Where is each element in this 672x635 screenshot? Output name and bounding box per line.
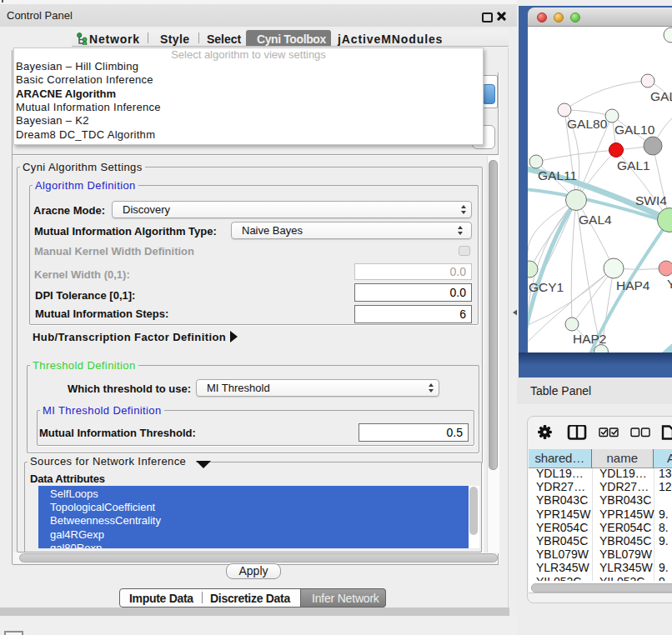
- svg-text:Y: Y: [667, 277, 672, 291]
- svg-text:GCY1: GCY1: [529, 280, 564, 294]
- svg-text:GAL4: GAL4: [579, 212, 612, 227]
- svg-text:GAL10: GAL10: [614, 122, 655, 137]
- svg-text:HAP4: HAP4: [616, 278, 650, 292]
- svg-text:GAL1: GAL1: [617, 158, 650, 172]
- svg-text:GAL11: GAL11: [538, 168, 577, 182]
- svg-text:GAL80: GAL80: [567, 117, 608, 131]
- svg-text:SWI4: SWI4: [635, 193, 667, 208]
- svg-text:GAL7: GAL7: [650, 89, 672, 103]
- svg-text:HAP2: HAP2: [573, 332, 607, 346]
